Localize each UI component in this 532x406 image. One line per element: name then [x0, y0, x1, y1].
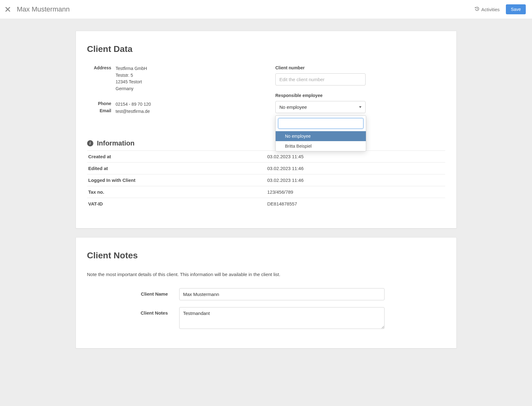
client-name-label: Client Name: [87, 288, 168, 297]
client-notes-label: Client Notes: [87, 307, 168, 316]
close-icon[interactable]: [5, 7, 11, 12]
topbar-left: Max Mustermann: [5, 5, 70, 13]
address-street: Teststr. 5: [116, 72, 257, 79]
address-label: Address: [87, 65, 111, 92]
info-row: Edited at 03.02.2023 11:46: [87, 163, 445, 174]
address-value: Testfirma GmbH Teststr. 5 12345 Testort …: [116, 65, 257, 92]
client-name-row: Client Name: [87, 288, 445, 300]
client-number-label: Client number: [275, 65, 445, 70]
responsible-employee-group: Responsible employee No employee No empl…: [275, 93, 445, 113]
responsible-employee-select[interactable]: No employee: [275, 101, 366, 113]
history-icon: [475, 7, 479, 12]
dropdown-option-no-employee[interactable]: No employee: [276, 131, 366, 141]
client-data-right: Client number Responsible employee No em…: [275, 65, 445, 121]
client-notes-card: Client Notes Note the most important det…: [76, 237, 457, 348]
info-value: 03.02.2023 11:46: [266, 163, 445, 174]
info-value: 03.02.2023 11:45: [266, 151, 445, 163]
client-data-left: Address Testfirma GmbH Teststr. 5 12345 …: [87, 65, 257, 121]
info-value: DE814878557: [266, 198, 445, 210]
dropdown-list: No employee Britta Beispiel: [276, 131, 366, 151]
save-button[interactable]: Save: [506, 4, 526, 14]
client-notes-title: Client Notes: [87, 251, 445, 261]
info-row: VAT-ID DE814878557: [87, 198, 445, 210]
info-icon: i: [87, 140, 93, 146]
chevron-down-icon: [359, 106, 362, 108]
responsible-selected-value: No employee: [279, 104, 307, 110]
client-name-input[interactable]: [179, 288, 385, 300]
page-title: Max Mustermann: [17, 5, 70, 13]
information-title: Information: [97, 139, 135, 147]
address-city: 12345 Testort: [116, 79, 257, 85]
phone-label: Phone: [87, 101, 111, 108]
info-label: Tax no.: [87, 186, 266, 198]
information-table: Created at 03.02.2023 11:45 Edited at 03…: [87, 150, 445, 210]
activities-link[interactable]: Activities: [475, 7, 500, 12]
info-label: Edited at: [87, 163, 266, 174]
client-number-group: Client number: [275, 65, 445, 85]
phone-value: 02154 - 89 70 120: [116, 101, 257, 108]
client-notes-description: Note the most important details of this …: [87, 272, 445, 277]
responsible-employee-label: Responsible employee: [275, 93, 445, 98]
responsible-employee-dropdown: No employee Britta Beispiel: [275, 115, 366, 151]
topbar: Max Mustermann Activities Save: [0, 0, 532, 19]
dropdown-search-wrap: [276, 118, 366, 131]
activities-label: Activities: [481, 7, 500, 12]
info-value: 123/456/789: [266, 186, 445, 198]
main-content: Client Data Address Testfirma GmbH Tests…: [76, 31, 457, 348]
email-label: Email: [87, 108, 111, 115]
client-data-columns: Address Testfirma GmbH Teststr. 5 12345 …: [87, 65, 445, 121]
dropdown-search-input[interactable]: [278, 118, 363, 129]
info-label: Logged In with Client: [87, 174, 266, 186]
client-notes-row: Client Notes: [87, 307, 445, 329]
email-value: test@testfirma.de: [116, 108, 257, 115]
info-label: VAT-ID: [87, 198, 266, 210]
topbar-right: Activities Save: [475, 4, 526, 14]
info-value: 03.02.2023 11:46: [266, 174, 445, 186]
info-label: Created at: [87, 151, 266, 163]
dropdown-option-britta[interactable]: Britta Beispiel: [276, 141, 366, 151]
client-number-input[interactable]: [275, 73, 366, 85]
client-data-card: Client Data Address Testfirma GmbH Tests…: [76, 31, 457, 228]
client-notes-textarea[interactable]: [179, 307, 385, 329]
address-company: Testfirma GmbH: [116, 65, 257, 72]
client-data-title: Client Data: [87, 44, 445, 54]
info-row: Created at 03.02.2023 11:45: [87, 151, 445, 163]
information-header: i Information: [87, 139, 445, 147]
info-row: Tax no. 123/456/789: [87, 186, 445, 198]
info-row: Logged In with Client 03.02.2023 11:46: [87, 174, 445, 186]
address-country: Germany: [116, 85, 257, 92]
